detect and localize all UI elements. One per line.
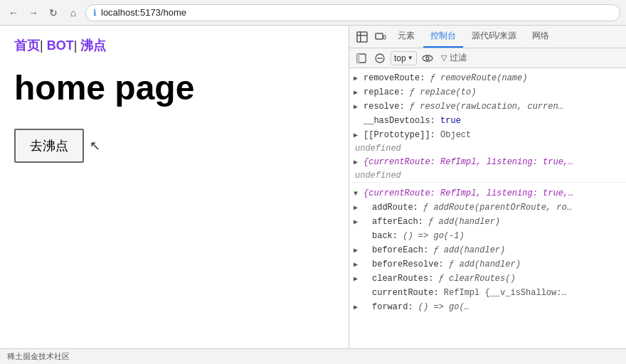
console-line: [[Prototype]]: Object xyxy=(349,128,626,142)
statusbar-text: 稀土掘金技术社区 xyxy=(7,351,70,362)
reload-button[interactable]: ↻ xyxy=(46,5,61,21)
statusbar: 稀土掘金技术社区 xyxy=(0,348,626,364)
go-boiling-button[interactable]: 去沸点 xyxy=(14,129,84,163)
forward-button[interactable]: → xyxy=(26,5,41,21)
console-line: removeRoute: ƒ removeRoute(name) xyxy=(349,71,626,85)
clear-console-button[interactable] xyxy=(372,50,388,66)
home-link[interactable]: 首页 xyxy=(14,38,40,53)
tab-console[interactable]: 控制台 xyxy=(423,26,463,48)
chevron-down-icon: ▼ xyxy=(408,55,413,61)
cursor-indicator: ↖ xyxy=(90,138,100,154)
console-line: addRoute: ƒ addRoute(parentOrRoute, ro… xyxy=(349,200,626,215)
console-line: afterEach: ƒ add(handler) xyxy=(349,215,626,229)
console-output[interactable]: removeRoute: ƒ removeRoute(name) replace… xyxy=(349,68,626,348)
browser-chrome: ← → ↻ ⌂ ℹ localhost:5173/home xyxy=(0,0,626,26)
console-line: clearRoutes: ƒ clearRoutes() xyxy=(349,272,626,286)
svg-point-9 xyxy=(423,55,433,61)
bot-link[interactable]: BOT xyxy=(47,38,74,53)
filter-area: ▽ 过滤 xyxy=(441,52,467,64)
svg-rect-6 xyxy=(357,54,360,63)
console-line: {currentRoute: RefImpl, listening: true,… xyxy=(349,186,626,200)
url-text: localhost:5173/home xyxy=(101,7,186,18)
console-line: replace: ƒ replace(to) xyxy=(349,85,626,100)
home-button[interactable]: ⌂ xyxy=(65,5,81,21)
sep2: | xyxy=(74,38,78,53)
console-line: beforeResolve: ƒ add(handler) xyxy=(349,257,626,272)
tab-elements[interactable]: 元素 xyxy=(391,26,422,48)
back-button[interactable]: ← xyxy=(6,5,21,21)
console-line: beforeEach: ƒ add(handler) xyxy=(349,243,626,257)
svg-rect-4 xyxy=(383,36,386,39)
tab-sources[interactable]: 源代码/来源 xyxy=(465,26,524,48)
console-line: back: () => go(-1) xyxy=(349,229,626,243)
console-line: {currentRoute: RefImpl, listening: true,… xyxy=(349,155,626,169)
sidebar-toggle-button[interactable] xyxy=(354,50,369,66)
svg-rect-0 xyxy=(357,32,367,42)
svg-point-10 xyxy=(426,57,429,60)
svg-rect-2 xyxy=(360,32,361,42)
top-context-selector[interactable]: top ▼ xyxy=(391,51,417,65)
devtools-panel: 元素 控制台 源代码/来源 网络 xyxy=(349,26,626,348)
nav-links: 首页| BOT| 沸点 xyxy=(14,37,334,54)
console-line: currentRoute: RefImpl {__v_isShallow:… xyxy=(349,286,626,300)
filter-icon: ▽ xyxy=(441,53,447,63)
console-line: forward: () => go(… xyxy=(349,300,626,314)
lock-icon: ℹ xyxy=(93,8,97,18)
console-line: __hasDevtools: true xyxy=(349,114,626,128)
page-content: 首页| BOT| 沸点 home page 去沸点 ↖ xyxy=(0,26,349,348)
svg-rect-1 xyxy=(357,35,367,36)
eye-button[interactable] xyxy=(420,50,435,66)
address-bar[interactable]: ℹ localhost:5173/home xyxy=(85,4,620,21)
tab-network[interactable]: 网络 xyxy=(525,26,556,48)
main-area: 首页| BOT| 沸点 home page 去沸点 ↖ xyxy=(0,26,626,348)
sep1: | xyxy=(40,38,43,53)
page-title: home page xyxy=(14,68,334,107)
boiling-link[interactable]: 沸点 xyxy=(80,38,106,53)
responsive-icon-tab[interactable] xyxy=(372,28,389,46)
devtools-tabs: 元素 控制台 源代码/来源 网络 xyxy=(349,26,626,48)
console-line: resolve: ƒ resolve(rawLocation, curren… xyxy=(349,100,626,114)
devtools-toolbar: top ▼ ▽ 过滤 xyxy=(349,48,626,68)
console-undefined: undefined xyxy=(349,169,626,182)
console-undefined: undefined xyxy=(349,142,626,155)
inspect-icon-tab[interactable] xyxy=(354,28,371,46)
svg-rect-3 xyxy=(376,33,383,39)
